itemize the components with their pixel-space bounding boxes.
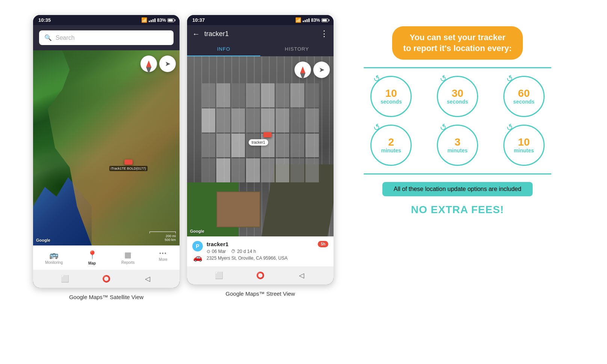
time-number: 2	[388, 137, 394, 147]
android-back[interactable]: ⬜	[60, 274, 70, 284]
phone1-status-bar: 10:35 📶 83%	[33, 15, 180, 25]
nav-monitoring[interactable]: 🚌 Monitoring	[41, 249, 67, 267]
time-unit: seconds	[447, 99, 468, 105]
time-unit: minutes	[447, 147, 468, 153]
time-circle: ↺ 2 minutes	[370, 125, 412, 166]
time-number: 30	[451, 88, 463, 99]
back-button[interactable]: ←	[192, 30, 200, 38]
map-marker: iTrack1TE BOLD(0177)	[109, 159, 148, 171]
google-logo: Google	[36, 238, 50, 242]
phone2-time: 10:37	[192, 17, 205, 23]
phone2-android-nav: ⬜ ⭕ ◁	[187, 266, 334, 284]
aerial-map[interactable]: ➤ tracker1 Google ⌃	[187, 56, 334, 236]
phone2-android-recents[interactable]: ◁	[296, 270, 307, 281]
time-unit: minutes	[381, 147, 401, 153]
phone1-mockup: 10:35 📶 83% 🔍 Search	[33, 15, 180, 288]
circle-10s: ↺ 10 seconds	[364, 76, 419, 117]
phone2-battery-icon	[322, 18, 328, 22]
scale-text-1: 200 mi	[149, 234, 176, 238]
signal-icon	[149, 18, 156, 22]
time-circle: ↺ 60 seconds	[503, 76, 545, 117]
time-unit: minutes	[514, 147, 534, 153]
tracker-details: tracker1 5h ⊙ 06 Mar ⏱ 20 d 14 h 2325	[207, 241, 328, 261]
map-scale: 200 mi 500 km	[149, 232, 176, 242]
time-unit: seconds	[513, 99, 535, 105]
compass-button[interactable]	[140, 56, 157, 72]
marker-label: iTrack1TE BOLD(0177)	[109, 166, 148, 171]
headline-text: You can set your tracker to report it's …	[403, 32, 512, 54]
phone2-mockup: 10:37 📶 83% ← tracker1 ⋮	[187, 15, 334, 284]
tab-info[interactable]: INFO	[187, 42, 260, 56]
teal-divider-top	[364, 67, 551, 68]
android-home[interactable]: ⭕	[101, 274, 112, 284]
time-circle: ↺ 30 seconds	[437, 76, 478, 117]
phone2-caption: Google Maps™ Street View	[226, 290, 295, 297]
map-icon: 📍	[87, 250, 97, 260]
reports-icon: ▦	[124, 250, 131, 259]
no-extra-fees-banner: All of these location update options are…	[382, 182, 533, 196]
time-number: 10	[518, 137, 530, 147]
p-badge: P	[192, 241, 203, 251]
phone2-signal-icon	[303, 18, 310, 22]
battery-icon	[168, 18, 174, 22]
tracker-header: ← tracker1 ⋮	[187, 25, 334, 42]
nav-map-label: Map	[88, 261, 96, 265]
compass-needle	[146, 60, 151, 67]
satellite-map[interactable]: ➤ iTrack1TE BOLD(0177) Google 200 mi 500…	[33, 50, 180, 245]
info-panel: P 🚗 tracker1 5h ⊙ 06 Mar ⏱	[187, 236, 334, 266]
tracker-duration: ⏱ 20 d 14 h	[231, 249, 256, 254]
time-circle: ↺ 10 minutes	[503, 125, 545, 166]
tracker-icon-wrap: P 🚗	[192, 241, 203, 262]
circle-30s: ↺ 30 seconds	[430, 76, 485, 117]
tabs-bar: INFO HISTORY	[187, 42, 334, 56]
nav-map[interactable]: 📍 Map	[83, 249, 102, 267]
circle-3m: ↺ 3 minutes	[430, 125, 485, 166]
chevron-up-icon[interactable]: ⌃	[326, 59, 331, 66]
more-icon: •••	[159, 250, 167, 256]
tracker-info-row: P 🚗 tracker1 5h ⊙ 06 Mar ⏱	[192, 241, 328, 262]
time-number: 60	[518, 88, 530, 99]
search-bar[interactable]: 🔍 Search	[39, 30, 174, 45]
street-direction-icon: ➤	[319, 66, 325, 74]
android-nav: ⬜ ⭕ ◁	[33, 270, 180, 288]
time-circle: ↺ 3 minutes	[437, 125, 478, 166]
phone2-status-bar: 10:37 📶 83%	[187, 15, 334, 25]
tracker-label-bubble: tracker1	[249, 139, 268, 146]
phone2-android-back[interactable]: ⬜	[214, 270, 224, 281]
circle-60s: ↺ 60 seconds	[496, 76, 551, 117]
wifi-icon: 📶	[141, 17, 147, 23]
nav-reports[interactable]: ▦ Reports	[117, 249, 139, 267]
time-number: 10	[385, 88, 397, 99]
time-circles-grid: ↺ 10 seconds ↺ 30 seconds ↺ 60 seconds ↺…	[364, 76, 551, 166]
phone1-battery-pct: 83%	[157, 18, 166, 23]
nav-reports-label: Reports	[121, 260, 134, 265]
tab-history[interactable]: HISTORY	[260, 42, 334, 56]
nav-monitoring-label: Monitoring	[45, 260, 63, 265]
no-extra-fees-title: NO EXTRA FEES!	[411, 204, 504, 216]
android-recents[interactable]: ◁	[142, 274, 153, 284]
phone1-caption: Google Maps™ Satellite View	[69, 294, 143, 300]
street-car-marker	[263, 132, 272, 137]
time-circle: ↺ 10 seconds	[370, 76, 412, 117]
nav-more[interactable]: ••• More	[154, 249, 172, 267]
arrow-icon: ↺	[504, 122, 515, 134]
street-compass-button[interactable]	[294, 62, 311, 78]
timer-icon: ⏱	[231, 249, 236, 254]
circle-10m: ↺ 10 minutes	[496, 125, 551, 166]
more-menu-button[interactable]: ⋮	[320, 29, 328, 39]
car-marker	[124, 159, 133, 165]
headline-box: You can set your tracker to report it's …	[392, 26, 523, 60]
banner-text: All of these location update options are…	[394, 186, 521, 192]
search-icon: 🔍	[44, 34, 52, 41]
search-placeholder: Search	[56, 35, 75, 41]
street-google-logo: Google	[190, 229, 204, 233]
phone2-android-home[interactable]: ⭕	[255, 270, 266, 281]
tracker-detail-name: tracker1	[207, 241, 228, 247]
tracker-date: ⊙ 06 Mar	[207, 249, 226, 254]
time-unit: seconds	[381, 99, 402, 105]
time-number: 3	[454, 137, 461, 147]
nav-more-label: More	[159, 257, 168, 262]
direction-button[interactable]: ➤	[159, 56, 176, 72]
building-top	[216, 191, 260, 227]
circle-2m: ↺ 2 minutes	[364, 125, 419, 166]
